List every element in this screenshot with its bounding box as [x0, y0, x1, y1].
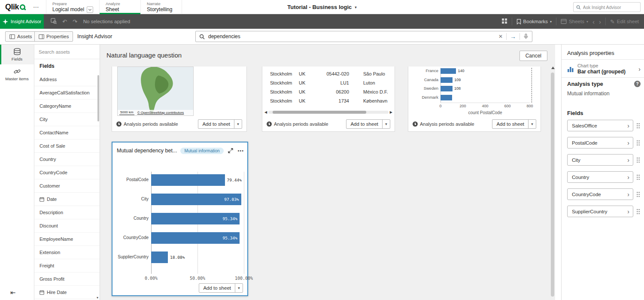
field-chip-countrycode[interactable]: CountryCode› — [567, 188, 633, 200]
tab-prepare[interactable]: Prepare Logical model — [46, 0, 100, 14]
mutual-information-badge: Mutual information — [180, 148, 223, 154]
field-item-hire-date[interactable]: Hire Date — [34, 286, 100, 299]
more-options-icon[interactable]: ••• — [237, 148, 244, 153]
bar[interactable] — [440, 95, 452, 100]
mutual-dependency-card[interactable]: Mutual dependency bet... Mutual informat… — [112, 142, 248, 296]
tab-narrate[interactable]: Narrate Storytelling — [141, 0, 182, 14]
insight-search-input[interactable] — [208, 33, 495, 39]
properties-toggle-button[interactable]: Properties — [34, 31, 73, 42]
field-chip-salesoffice[interactable]: SalesOffice› — [567, 120, 633, 131]
next-sheet-icon[interactable]: › — [599, 18, 601, 25]
logical-model-dropdown[interactable] — [87, 6, 93, 13]
drag-handle[interactable] — [635, 123, 641, 129]
scroll-down-icon[interactable]: ▾ — [97, 296, 98, 300]
fields-list: AddressAverageCallSatisfactionCategoryNa… — [34, 73, 100, 300]
chart-type-row[interactable]: Chart type Bar chart (grouped) › — [562, 62, 644, 76]
table-row[interactable]: StockholmUKLU1Luton — [262, 79, 395, 88]
submit-search-icon[interactable]: → — [510, 33, 516, 39]
scrollbar-thumb[interactable] — [551, 73, 554, 297]
tab-analyze[interactable]: Analyze Sheet — [100, 0, 141, 14]
field-item-date[interactable]: Date — [34, 193, 100, 206]
chevron-down-icon — [88, 7, 91, 10]
field-chip-country[interactable]: Country› — [567, 171, 633, 183]
field-chip-postalcode[interactable]: PostalCode› — [567, 137, 633, 148]
clear-search-icon[interactable]: ✕ — [498, 33, 503, 39]
bar[interactable] — [440, 86, 453, 91]
table-row[interactable]: StockholmUK05442-020São Paulo — [262, 70, 395, 79]
field-item-freight[interactable]: Freight — [34, 259, 100, 273]
scroll-up-icon[interactable] — [551, 67, 555, 69]
map-chart-card[interactable]: 5000 km © OpenStreetMap contributors Ana… — [112, 67, 247, 132]
value-label: 95.34% — [223, 216, 237, 221]
bar[interactable] — [151, 252, 168, 263]
field-item-gross-profit[interactable]: Gross Profit — [34, 273, 100, 286]
chevron-down-icon: ▾ — [550, 20, 552, 24]
add-to-sheet-button[interactable]: Add to sheet ▼ — [198, 119, 242, 129]
bar-chart-card[interactable]: count PostalCode France140Canada109Swede… — [408, 67, 541, 132]
category-label: SupplierCountry — [113, 255, 149, 259]
osm-attribution-link[interactable]: © OpenStreetMap contributors — [137, 111, 184, 115]
field-item-employeename[interactable]: EmployeeName — [34, 233, 100, 246]
rail-item-master-items[interactable]: Master items — [0, 64, 34, 84]
search-assets-input[interactable] — [39, 49, 95, 55]
bar[interactable] — [440, 77, 453, 83]
drag-handle[interactable] — [635, 157, 641, 163]
microphone-icon[interactable] — [523, 33, 529, 39]
field-chip-suppliercountry[interactable]: SupplierCountry› — [567, 206, 633, 217]
field-item-customer[interactable]: Customer — [34, 179, 100, 193]
app-objects-grid-icon[interactable] — [501, 18, 507, 25]
properties-title: Analysis properties — [567, 50, 614, 56]
previous-sheet-icon[interactable]: ‹ — [592, 18, 595, 25]
rail-item-fields[interactable]: Fields — [0, 45, 34, 64]
field-item-country[interactable]: Country — [34, 153, 100, 166]
step-forward-icon[interactable]: ↷ — [73, 19, 77, 24]
insight-advisor-button[interactable]: Insight Advisor — [0, 14, 44, 29]
field-item-extension[interactable]: Extension — [34, 246, 100, 259]
scrollbar-track[interactable] — [268, 111, 389, 114]
cancel-button[interactable]: Cancel — [519, 51, 547, 61]
drag-handle[interactable] — [635, 174, 641, 180]
content-scrollbar[interactable] — [550, 65, 555, 300]
chart-type-value: Bar chart (grouped) — [577, 69, 635, 75]
field-item-city[interactable]: City — [34, 113, 100, 126]
scroll-left-icon[interactable]: ◀ — [264, 110, 267, 114]
field-chip-city[interactable]: City› — [567, 154, 633, 166]
map-chart[interactable]: 5000 km © OpenStreetMap contributors — [117, 67, 194, 116]
field-item-categoryname[interactable]: CategoryName — [34, 100, 100, 113]
bookmarks-menu[interactable]: Bookmarks ▾ — [516, 19, 552, 24]
value-label: 108 — [454, 85, 461, 92]
scroll-right-icon[interactable]: ▶ — [390, 110, 392, 114]
field-item-contactname[interactable]: ContactName — [34, 126, 100, 139]
table-row[interactable]: StockholmUK06200México D.F. — [262, 88, 395, 97]
field-item-averagecallsatisfaction[interactable]: AverageCallSatisfaction — [34, 86, 100, 100]
global-menu-button[interactable]: ⋯ — [33, 3, 39, 10]
add-to-sheet-button[interactable]: Add to sheet ▼ — [346, 119, 390, 129]
scrollbar-thumb[interactable] — [273, 111, 366, 114]
table-chart-card[interactable]: StockholmUK05442-020São PauloStockholmUK… — [262, 67, 395, 132]
field-item-countrycode[interactable]: CountryCode — [34, 166, 100, 179]
qlik-logo: Qlik — [5, 3, 25, 12]
table-row[interactable]: StockholmUK1734København — [262, 97, 395, 106]
field-item-cost-of-sale[interactable]: Cost of Sale — [34, 139, 100, 153]
field-item-description[interactable]: Description — [34, 206, 100, 219]
bar[interactable] — [440, 68, 456, 74]
drag-handle[interactable] — [635, 209, 641, 215]
field-item-address[interactable]: Address — [34, 73, 100, 86]
add-to-sheet-button[interactable]: Add to sheet ▼ — [199, 283, 243, 293]
edit-sheet-button[interactable]: ✎ Edit sheet — [610, 19, 639, 24]
drag-handle[interactable] — [635, 140, 641, 146]
selections-tool-icon[interactable] — [51, 18, 57, 25]
app-title-menu[interactable]: Tutorial - Business logic ▾ — [287, 0, 357, 14]
expand-icon[interactable] — [228, 148, 233, 153]
field-item-discount[interactable]: Discount — [34, 219, 100, 233]
fields-scrollbar-thumb[interactable] — [97, 75, 99, 121]
collapse-panel-icon[interactable]: ⇤ — [10, 289, 16, 297]
add-to-sheet-button[interactable]: Add to sheet ▼ — [492, 119, 536, 129]
ask-insight-advisor-input[interactable] — [583, 5, 638, 10]
help-icon[interactable]: ? — [634, 81, 641, 87]
drag-handle[interactable] — [635, 191, 641, 197]
bar[interactable] — [151, 174, 225, 186]
sheets-menu[interactable]: Sheets ▾ — [561, 19, 588, 24]
assets-toggle-button[interactable]: Assets — [5, 31, 36, 42]
step-back-icon[interactable]: ↶ — [62, 19, 67, 24]
